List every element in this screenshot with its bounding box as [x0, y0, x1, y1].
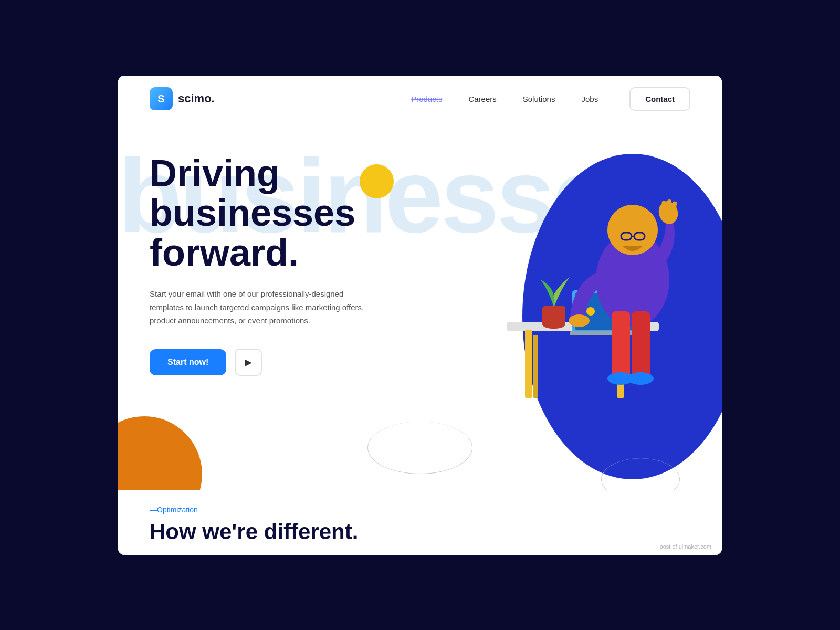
navbar: S scimo. Products Careers Solutions Jobs…: [118, 76, 722, 122]
nav-links: Products Careers Solutions Jobs: [411, 94, 598, 103]
svg-point-14: [627, 372, 654, 385]
nav-link-jobs[interactable]: Jobs: [581, 94, 598, 103]
logo-icon: S: [150, 87, 173, 110]
svg-rect-11: [612, 311, 630, 380]
nav-link-products[interactable]: Products: [411, 94, 442, 103]
logo[interactable]: S scimo.: [150, 87, 215, 110]
character-svg: [491, 128, 690, 432]
watermark: post of uimaker.com: [660, 543, 711, 550]
bottom-section: —Optimization How we're different.: [118, 490, 722, 555]
svg-point-9: [586, 307, 595, 316]
hero-section: businesses Driving businesses forward. S…: [118, 122, 722, 490]
svg-rect-3: [533, 335, 538, 398]
logo-text: scimo.: [178, 92, 215, 106]
svg-rect-21: [667, 200, 671, 211]
orange-circle-decoration: [118, 416, 202, 490]
hero-actions: Start now! ▶: [150, 349, 428, 376]
nav-link-careers[interactable]: Careers: [468, 94, 496, 103]
svg-rect-1: [525, 330, 532, 398]
play-button[interactable]: ▶: [235, 349, 262, 376]
arc-decoration-bottom: [368, 422, 472, 474]
hero-content: Driving businesses forward. Start your e…: [150, 133, 428, 376]
start-now-button[interactable]: Start now!: [150, 349, 226, 375]
character-illustration: [491, 128, 690, 432]
hero-subtitle: Start your email with one of our profess…: [150, 287, 370, 328]
svg-point-23: [569, 314, 590, 327]
svg-rect-5: [542, 306, 565, 326]
hero-title: Driving businesses forward.: [150, 154, 428, 273]
browser-frame: S scimo. Products Careers Solutions Jobs…: [118, 76, 722, 555]
optimization-label: —Optimization: [150, 506, 690, 514]
play-icon: ▶: [245, 356, 252, 368]
nav-link-solutions[interactable]: Solutions: [523, 94, 555, 103]
how-different-title: How we're different.: [150, 519, 690, 544]
svg-rect-12: [632, 311, 650, 380]
contact-button[interactable]: Contact: [629, 87, 690, 111]
